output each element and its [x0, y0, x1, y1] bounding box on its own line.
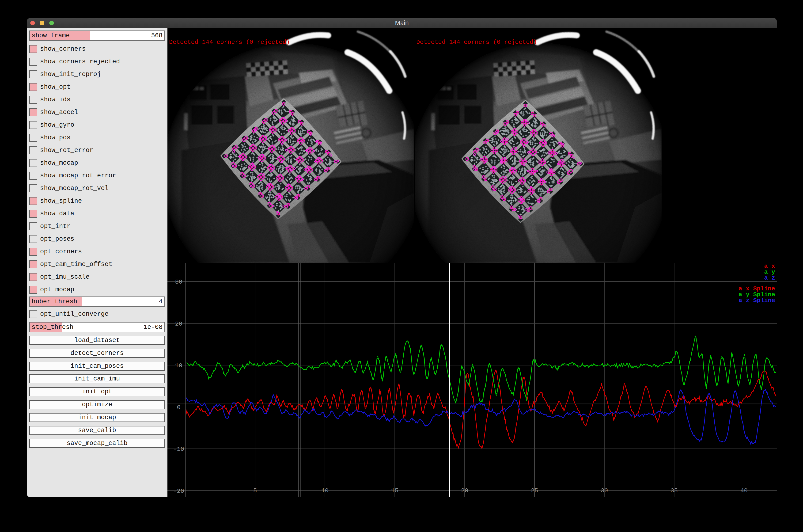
y-tick-label: 0: [177, 404, 180, 411]
slider-label: huber_thresh: [32, 297, 77, 306]
checkbox-box[interactable]: [29, 197, 37, 205]
x-tick-label: 30: [600, 487, 608, 494]
button-detect_corners[interactable]: detect_corners: [29, 349, 165, 358]
checkbox-box[interactable]: [29, 172, 37, 180]
checkbox-opt_intr[interactable]: opt_intr: [29, 222, 165, 230]
checkbox-label: opt_poses: [40, 234, 74, 244]
checkbox-box[interactable]: [29, 146, 37, 154]
checkbox-label: show_data: [40, 209, 74, 218]
slider-huber_thresh[interactable]: huber_thresh4: [29, 297, 165, 307]
checkbox-show_mocap_rot_vel[interactable]: show_mocap_rot_vel: [29, 184, 165, 192]
checkbox-show_accel[interactable]: show_accel: [29, 108, 165, 116]
checkbox-opt_imu_scale[interactable]: opt_imu_scale: [29, 273, 165, 281]
checkbox-show_ids[interactable]: show_ids: [29, 96, 165, 104]
checkbox-label: opt_corners: [40, 247, 82, 256]
checkbox-box[interactable]: [29, 58, 37, 66]
checkbox-opt_corners[interactable]: opt_corners: [29, 248, 165, 256]
y-tick-label: -10: [173, 446, 184, 453]
x-tick-label: 40: [740, 487, 748, 494]
checkbox-opt_until_converge[interactable]: opt_until_converge: [29, 310, 165, 318]
y-tick-label: 20: [175, 320, 182, 327]
checkbox-show_mocap_rot_error[interactable]: show_mocap_rot_error: [29, 172, 165, 180]
checkbox-box[interactable]: [29, 70, 37, 78]
control-panel: show_frame568show_cornersshow_corners_re…: [27, 28, 168, 497]
checkbox-label: show_mocap: [40, 158, 78, 168]
camera-pane: Detected 144 corners (0 rejected)Detecte…: [168, 28, 777, 263]
checkbox-box[interactable]: [29, 286, 37, 294]
camera-overlay-c0: Detected 144 corners (0 rejected): [168, 28, 414, 263]
checkbox-label: show_opt: [40, 82, 71, 92]
checkbox-box[interactable]: [29, 134, 37, 142]
checkbox-label: show_rot_error: [40, 146, 93, 155]
checkbox-label: show_corners_rejected: [40, 57, 120, 66]
checkbox-box[interactable]: [29, 222, 37, 230]
checkbox-box[interactable]: [29, 83, 37, 91]
checkbox-show_opt[interactable]: show_opt: [29, 83, 165, 91]
x-tick-label: 20: [461, 487, 469, 494]
y-tick-label: 10: [175, 362, 182, 369]
checkbox-box[interactable]: [29, 159, 37, 167]
checkbox-show_spline[interactable]: show_spline: [29, 197, 165, 205]
checkbox-label: show_ids: [40, 95, 71, 104]
checkbox-box[interactable]: [29, 96, 37, 104]
checkbox-show_gyro[interactable]: show_gyro: [29, 121, 165, 129]
checkbox-box[interactable]: [29, 273, 37, 281]
slider-show_frame[interactable]: show_frame568: [29, 31, 165, 41]
slider-value: 1e-08: [144, 323, 162, 332]
checkbox-show_rot_error[interactable]: show_rot_error: [29, 146, 165, 154]
y-tick-label: -20: [173, 488, 184, 495]
checkbox-box[interactable]: [29, 260, 37, 268]
checkbox-box[interactable]: [29, 184, 37, 192]
series-raw-0: [186, 370, 776, 449]
detection-status-text: Detected 144 corners (0 rejected): [416, 39, 537, 46]
main-window: Main show_frame568show_cornersshow_corne…: [27, 18, 777, 497]
checkbox-opt_mocap[interactable]: opt_mocap: [29, 286, 165, 294]
checkbox-box[interactable]: [29, 248, 37, 256]
checkbox-show_mocap[interactable]: show_mocap: [29, 159, 165, 167]
checkbox-label: opt_mocap: [40, 285, 74, 294]
checkbox-label: show_pos: [40, 133, 71, 142]
window-title: Main: [27, 18, 777, 28]
checkbox-label: show_gyro: [40, 120, 74, 130]
checkbox-box[interactable]: [29, 121, 37, 129]
x-tick-label: 10: [321, 487, 329, 494]
plot-legend-spline: a x Splinea y Splinea z Spline: [739, 285, 775, 304]
checkbox-show_init_reproj[interactable]: show_init_reproj: [29, 70, 165, 78]
imu-plot-pane[interactable]: 5101520253035403020100-10-20a xa ya za x…: [168, 263, 777, 497]
checkbox-box[interactable]: [29, 45, 37, 53]
button-init_cam_imu[interactable]: init_cam_imu: [29, 374, 165, 383]
series-spline-0: [186, 371, 776, 447]
button-save_calib[interactable]: save_calib: [29, 426, 165, 435]
checkbox-box[interactable]: [29, 108, 37, 116]
checkbox-opt_poses[interactable]: opt_poses: [29, 235, 165, 243]
camera-overlay-c1: Detected 144 corners (0 rejected): [415, 28, 662, 263]
detection-status-text: Detected 144 corners (0 rejected): [169, 39, 290, 46]
checkbox-box[interactable]: [29, 235, 37, 243]
x-tick-label: 5: [253, 487, 257, 494]
checkbox-show_data[interactable]: show_data: [29, 210, 165, 218]
slider-stop_thresh[interactable]: stop_thresh1e-08: [29, 322, 165, 332]
checkbox-show_corners[interactable]: show_corners: [29, 45, 165, 53]
checkbox-label: opt_cam_time_offset: [40, 260, 112, 269]
checkbox-label: show_mocap_rot_vel: [40, 184, 109, 193]
button-load_dataset[interactable]: load_dataset: [29, 336, 165, 345]
checkbox-opt_cam_time_offset[interactable]: opt_cam_time_offset: [29, 260, 165, 268]
button-save_mocap_calib[interactable]: save_mocap_calib: [29, 439, 165, 448]
title-bar[interactable]: Main: [27, 18, 777, 28]
legend-spline-entry: a z Spline: [739, 297, 775, 304]
checkbox-box[interactable]: [29, 210, 37, 218]
plot-tick-labels: 5101520253035403020100-10-20: [173, 279, 748, 494]
button-init_cam_poses[interactable]: init_cam_poses: [29, 362, 165, 370]
checkbox-label: show_accel: [40, 108, 78, 117]
series-raw-1: [186, 336, 776, 403]
checkbox-show_pos[interactable]: show_pos: [29, 134, 165, 142]
button-init_opt[interactable]: init_opt: [29, 387, 165, 396]
button-init_mocap[interactable]: init_mocap: [29, 413, 165, 422]
button-optimize[interactable]: optimize: [29, 400, 165, 409]
checkbox-box[interactable]: [29, 310, 37, 318]
y-tick-label: 30: [175, 279, 182, 285]
plot-legend-raw: a xa ya z: [764, 263, 775, 282]
imu-plot[interactable]: 5101520253035403020100-10-20a xa ya za x…: [168, 263, 777, 497]
slider-value: 568: [151, 31, 162, 40]
checkbox-show_corners_rejected[interactable]: show_corners_rejected: [29, 58, 165, 66]
